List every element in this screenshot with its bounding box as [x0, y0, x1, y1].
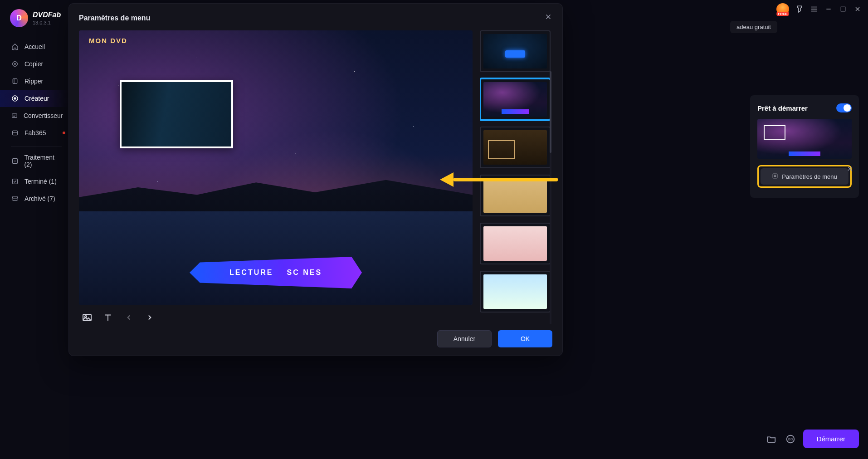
- preview-toolbar: [79, 305, 473, 324]
- templates-scrollbar[interactable]: [550, 71, 551, 324]
- svg-point-1: [13, 62, 18, 67]
- folder-output-icon[interactable]: [765, 433, 778, 445]
- sidebar-item-converter[interactable]: Convertisseur: [0, 107, 69, 124]
- lake-bg: [79, 211, 473, 305]
- image-tool-icon[interactable]: [81, 311, 93, 324]
- ok-button[interactable]: OK: [498, 330, 552, 347]
- nav-primary: Accueil Copier Ripper Créateur Convertis…: [0, 38, 69, 207]
- svg-rect-10: [13, 198, 17, 200]
- sidebar-item-label: Archivé (7): [24, 195, 55, 202]
- app-version: 13.0.3.1: [33, 20, 61, 25]
- svg-rect-8: [13, 179, 18, 184]
- text-tool-icon[interactable]: [102, 311, 114, 324]
- sidebar-item-creator[interactable]: Créateur: [0, 90, 69, 107]
- sidebar-item-ripper[interactable]: Ripper: [0, 73, 69, 90]
- bottom-controls: ISO Démarrer: [765, 430, 859, 448]
- iso-output-icon[interactable]: ISO: [784, 433, 797, 445]
- ready-thumbnail[interactable]: [757, 119, 852, 159]
- modal-footer: Annuler OK: [79, 324, 552, 347]
- creator-icon: [11, 94, 19, 103]
- svg-point-5: [14, 98, 16, 99]
- template-item[interactable]: [480, 78, 551, 120]
- menu-icon[interactable]: [810, 5, 818, 13]
- fab365-icon: [11, 129, 19, 137]
- sidebar-item-copy[interactable]: Copier: [0, 55, 69, 73]
- menu-settings-button[interactable]: Paramètres de menu: [761, 168, 848, 185]
- done-icon: [11, 177, 19, 186]
- sidebar: D DVDFab 13.0.3.1 Accueil Copier Ripper …: [0, 0, 69, 459]
- sidebar-item-label: Convertisseur: [24, 112, 63, 119]
- start-button[interactable]: Démarrer: [803, 430, 859, 448]
- prev-page-icon[interactable]: [122, 311, 135, 324]
- free-badge-icon[interactable]: [776, 3, 789, 15]
- svg-point-2: [15, 63, 16, 65]
- svg-rect-0: [841, 7, 845, 11]
- sidebar-item-done[interactable]: Terminé (1): [0, 173, 69, 190]
- copy-icon: [11, 60, 19, 68]
- template-item[interactable]: [480, 271, 551, 313]
- next-page-icon[interactable]: [143, 311, 156, 324]
- template-item[interactable]: [480, 223, 551, 264]
- notification-dot-icon: [63, 132, 65, 134]
- gift-label[interactable]: adeau gratuit: [730, 21, 777, 33]
- sidebar-item-home[interactable]: Accueil: [0, 38, 69, 55]
- minimize-icon[interactable]: [824, 5, 833, 13]
- converter-icon: [11, 112, 18, 120]
- processing-icon: [11, 157, 19, 165]
- app-logo-icon: D: [10, 9, 28, 27]
- preview-column: MON DVD LECTURE SC NES: [79, 30, 473, 324]
- sidebar-item-label: Accueil: [24, 43, 45, 50]
- template-item[interactable]: [480, 30, 551, 72]
- annotation-arrow-icon: [440, 172, 558, 186]
- remove-item-icon[interactable]: [846, 165, 853, 174]
- archive-icon: [11, 195, 19, 203]
- settings-small-icon: [772, 173, 778, 181]
- menu-preview[interactable]: MON DVD LECTURE SC NES: [79, 30, 473, 305]
- maximize-icon[interactable]: [839, 5, 847, 13]
- sidebar-item-fab365[interactable]: Fab365: [0, 124, 69, 142]
- home-icon: [11, 43, 19, 51]
- template-item[interactable]: [480, 127, 551, 168]
- close-window-icon[interactable]: [853, 5, 862, 13]
- sidebar-item-label: Ripper: [24, 78, 43, 85]
- ready-title: Prêt à démarrer: [757, 104, 808, 112]
- ready-panel: Prêt à démarrer Paramètres de menu: [750, 95, 859, 198]
- sidebar-item-label: Copier: [24, 60, 43, 68]
- sidebar-item-label: Fab365: [24, 129, 46, 137]
- sidebar-item-label: Terminé (1): [24, 178, 57, 185]
- ripper-icon: [11, 77, 19, 85]
- sidebar-item-processing[interactable]: Traitement (2): [0, 149, 69, 173]
- sidebar-item-label: Créateur: [24, 95, 49, 102]
- dvd-title-text[interactable]: MON DVD: [89, 37, 127, 44]
- sidebar-separator: [11, 146, 62, 146]
- addon-icon[interactable]: [795, 5, 804, 13]
- modal-title: Paramètres de menu: [79, 14, 150, 22]
- titlebar: [770, 0, 868, 18]
- menu-button-scenes[interactable]: SC NES: [287, 269, 322, 277]
- app-name: DVDFab: [33, 11, 61, 19]
- sidebar-item-label: Traitement (2): [24, 154, 63, 168]
- svg-rect-6: [12, 114, 17, 117]
- sidebar-item-archived[interactable]: Archivé (7): [0, 190, 69, 207]
- menu-button-play[interactable]: LECTURE: [229, 269, 273, 277]
- menu-settings-label: Paramètres de menu: [782, 173, 837, 180]
- svg-text:ISO: ISO: [788, 437, 793, 440]
- close-icon[interactable]: [544, 13, 552, 23]
- svg-rect-3: [13, 79, 17, 84]
- brand: D DVDFab 13.0.3.1: [0, 6, 69, 34]
- cancel-button[interactable]: Annuler: [437, 330, 492, 347]
- highlighted-button-frame: Paramètres de menu: [757, 165, 852, 188]
- ready-toggle[interactable]: [836, 103, 852, 112]
- video-thumbnail-frame[interactable]: [120, 80, 233, 148]
